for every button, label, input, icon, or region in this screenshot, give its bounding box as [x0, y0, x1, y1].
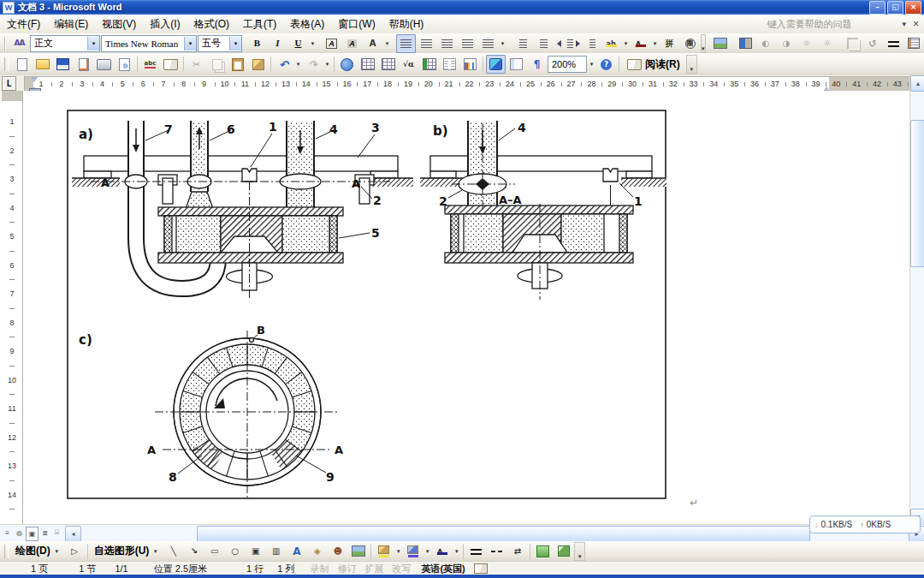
- highlight-dropdown-icon[interactable]: ▾: [622, 36, 630, 51]
- autoshapes-menu-button[interactable]: 自选图形(U)▾: [91, 542, 163, 561]
- more-brightness-button[interactable]: ☼: [797, 34, 817, 53]
- tables-and-borders-button[interactable]: [358, 55, 377, 74]
- status-track-changes-mode[interactable]: 修订: [337, 563, 356, 575]
- help-question-box[interactable]: 键入需要帮助的问题 ▾ ×: [767, 18, 924, 31]
- align-center-button[interactable]: [417, 34, 436, 53]
- insert-chart-button[interactable]: [460, 55, 480, 74]
- style-combobox[interactable]: 正文▾: [30, 35, 100, 52]
- status-language[interactable]: 英语(英国): [421, 563, 465, 575]
- help-button[interactable]: ?: [596, 55, 616, 74]
- fill-color-button[interactable]: [374, 542, 394, 561]
- fill-color-dropdown-icon[interactable]: ▾: [394, 544, 402, 559]
- picture-color-button[interactable]: [736, 34, 755, 53]
- undo-dropdown-icon[interactable]: ▾: [294, 57, 302, 72]
- diagram-button[interactable]: ◈: [307, 542, 327, 561]
- line-tool-button[interactable]: ╲: [163, 542, 183, 561]
- new-document-button[interactable]: [12, 55, 32, 74]
- align-right-button[interactable]: [437, 34, 457, 53]
- line-spacing-button[interactable]: [478, 34, 498, 53]
- highlight-button[interactable]: ab: [601, 34, 621, 53]
- menu-item-4[interactable]: 插入(I): [143, 15, 187, 33]
- show-hide-marks-button[interactable]: ¶: [527, 55, 547, 74]
- research-button[interactable]: [161, 55, 181, 74]
- rectangle-tool-button[interactable]: ▭: [204, 542, 224, 561]
- spelling-status-icon[interactable]: [474, 563, 488, 574]
- increase-indent-button[interactable]: [575, 34, 596, 53]
- font-color-button[interactable]: A: [631, 34, 650, 53]
- permission-button[interactable]: [74, 55, 93, 74]
- insert-picture-button[interactable]: [711, 34, 731, 53]
- vertical-scrollbar[interactable]: ▴ ▾: [909, 75, 924, 524]
- menu-item-1[interactable]: 文件(F): [0, 15, 47, 33]
- insert-table-button[interactable]: [378, 55, 398, 74]
- insert-hyperlink-button[interactable]: [337, 55, 357, 74]
- drawing-toggle-button[interactable]: [486, 55, 506, 74]
- scroll-left-icon[interactable]: ◂: [65, 526, 81, 542]
- character-shading-button[interactable]: A: [342, 34, 362, 53]
- numbering-button[interactable]: [512, 34, 531, 53]
- zoom-dropdown-icon[interactable]: ▾: [588, 57, 595, 72]
- restore-button[interactable]: ◱: [887, 1, 903, 15]
- less-brightness-button[interactable]: ☼: [818, 34, 838, 53]
- document-map-button[interactable]: [506, 55, 526, 74]
- normal-view-button[interactable]: ≡: [2, 527, 13, 539]
- reading-layout-button[interactable]: 阅读(R): [622, 55, 685, 74]
- toolbar-grip[interactable]: [4, 545, 9, 558]
- vertical-textbox-tool-button[interactable]: ▥: [266, 542, 286, 561]
- toolbar-options-icon[interactable]: ▾: [686, 55, 697, 74]
- oval-tool-button[interactable]: ○: [225, 542, 245, 561]
- insert-picture-button[interactable]: [348, 542, 368, 561]
- minimize-button[interactable]: –: [869, 1, 886, 15]
- font-combobox[interactable]: Times New Roman▾: [101, 35, 197, 52]
- character-border-button[interactable]: A: [322, 34, 341, 53]
- save-button[interactable]: [53, 55, 73, 74]
- status-record-mode[interactable]: 录制: [310, 563, 329, 575]
- paste-button[interactable]: [228, 55, 247, 74]
- bullets-button[interactable]: [532, 34, 552, 53]
- menu-item-5[interactable]: 格式(O): [187, 15, 236, 33]
- menu-item-3[interactable]: 视图(V): [95, 15, 143, 33]
- zoom-combobox[interactable]: 200%: [548, 56, 587, 73]
- vertical-ruler[interactable]: 1234567891011121314: [2, 91, 23, 524]
- shadow-style-button[interactable]: [533, 542, 553, 561]
- rotate-left-button[interactable]: ↺: [863, 34, 883, 53]
- scroll-up-icon[interactable]: ▴: [910, 75, 924, 92]
- menu-item-7[interactable]: 表格(A): [283, 15, 331, 33]
- print-layout-view-button[interactable]: ▣: [26, 527, 38, 541]
- toolbar-grip[interactable]: [4, 57, 9, 71]
- web-layout-view-button[interactable]: ◍: [14, 527, 25, 539]
- toolbar-grip[interactable]: [4, 37, 6, 51]
- font-color-button[interactable]: A: [432, 542, 452, 561]
- align-left-button[interactable]: [396, 34, 416, 53]
- textbox-tool-button[interactable]: ▣: [246, 542, 265, 561]
- horizontal-ruler[interactable]: 1234567891011121314151617181920212223242…: [24, 76, 911, 92]
- copy-button[interactable]: [207, 55, 227, 74]
- dash-style-button[interactable]: [487, 542, 506, 561]
- 3d-style-button[interactable]: [554, 542, 573, 561]
- document-figure[interactable]: a) 7 6 1 4 3 2 5 A A: [67, 110, 666, 499]
- menu-item-6[interactable]: 工具(T): [236, 15, 283, 33]
- help-dropdown-icon[interactable]: ▾: [902, 20, 906, 28]
- crop-button[interactable]: [843, 34, 862, 53]
- text-wrapping-button[interactable]: [904, 34, 924, 53]
- distribute-button[interactable]: [458, 34, 477, 53]
- italic-button[interactable]: I: [268, 34, 287, 53]
- toolbar-options-icon[interactable]: ▾: [701, 34, 706, 53]
- bold-button[interactable]: B: [247, 34, 267, 53]
- tab-selector[interactable]: L: [2, 76, 16, 91]
- outline-view-button[interactable]: ≣: [39, 527, 50, 539]
- reading-view-button[interactable]: ⌻: [51, 527, 62, 539]
- character-scale-button[interactable]: A: [363, 34, 382, 53]
- menu-item-2[interactable]: 编辑(E): [47, 15, 95, 33]
- columns-button[interactable]: [440, 55, 459, 74]
- character-scale-dropdown-icon[interactable]: ▾: [383, 36, 391, 51]
- arrow-tool-button[interactable]: ↘: [184, 542, 204, 561]
- horizontal-scrollbar-thumb[interactable]: [197, 526, 810, 542]
- underline-button[interactable]: U: [288, 34, 308, 53]
- redo-button[interactable]: ↷: [303, 55, 323, 74]
- chevron-down-icon[interactable]: ▾: [87, 37, 99, 51]
- close-document-icon[interactable]: ×: [913, 18, 919, 30]
- print-button[interactable]: [94, 55, 114, 74]
- underline-dropdown-icon[interactable]: ▾: [309, 36, 317, 51]
- line-style-button[interactable]: [466, 542, 486, 561]
